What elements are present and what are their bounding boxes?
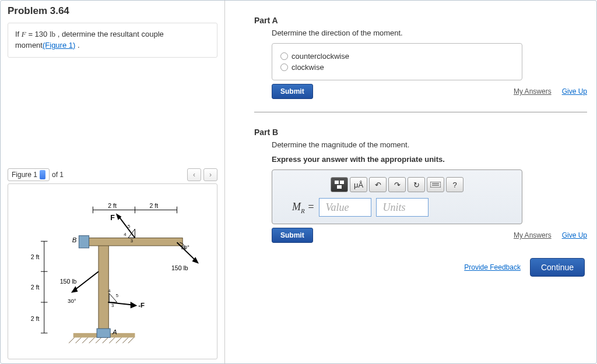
- svg-line-9: [122, 337, 128, 343]
- svg-text:3: 3: [131, 238, 133, 243]
- dim-2ft-a: 2 ft: [108, 202, 117, 208]
- part-b-my-answers-link[interactable]: My Answers: [514, 231, 552, 239]
- load-150-a: 150 lb: [171, 264, 188, 271]
- template-button[interactable]: [331, 177, 348, 192]
- problem-title: Problem 3.64: [8, 5, 217, 17]
- svg-text:5: 5: [128, 224, 130, 229]
- continue-button[interactable]: Continue: [530, 258, 585, 277]
- svg-rect-44: [430, 182, 441, 188]
- svg-rect-41: [335, 181, 339, 184]
- spinner-icon[interactable]: [40, 170, 45, 179]
- stmt-eq: = 130: [26, 30, 50, 38]
- svg-line-33: [73, 271, 99, 291]
- radio-ccw-label: counterclockwise: [292, 52, 349, 61]
- part-a-give-up-link[interactable]: Give Up: [562, 87, 587, 96]
- force-negF: -F: [138, 301, 145, 308]
- svg-rect-42: [340, 181, 344, 184]
- figure-next-button[interactable]: ›: [203, 168, 217, 181]
- undo-button[interactable]: ↶: [369, 177, 387, 192]
- figure-selector-label: Figure 1: [12, 171, 37, 179]
- provide-feedback-link[interactable]: Provide Feedback: [464, 263, 521, 271]
- part-a-submit-button[interactable]: Submit: [272, 84, 313, 99]
- stmt-var: F: [22, 30, 26, 38]
- svg-rect-13: [79, 235, 89, 248]
- part-a-choices: counterclockwise clockwise: [272, 43, 522, 80]
- svg-line-20: [118, 215, 135, 238]
- force-F: F: [110, 213, 115, 221]
- joint-B: B: [72, 236, 77, 243]
- mr-label: MR =: [292, 201, 314, 214]
- answer-input-frame: μÅ ↶ ↷ ↻ ? MR = Value Units: [272, 169, 522, 224]
- radio-cw[interactable]: clockwise: [280, 63, 514, 72]
- radio-cw-label: clockwise: [292, 63, 324, 72]
- part-a-my-answers-link[interactable]: My Answers: [514, 87, 552, 96]
- part-b-hint: Express your answer with the appropriate…: [272, 155, 587, 164]
- svg-line-4: [89, 337, 95, 343]
- dim-2ft-b: 2 ft: [149, 202, 158, 208]
- part-b-submit-button[interactable]: Submit: [272, 228, 313, 243]
- angle-30-b: 30°: [68, 298, 76, 304]
- svg-marker-34: [71, 286, 78, 293]
- svg-rect-14: [97, 328, 110, 337]
- value-input[interactable]: Value: [319, 198, 371, 217]
- svg-line-2: [76, 337, 82, 343]
- figure-prev-button[interactable]: ‹: [187, 168, 201, 181]
- figure-count: of 1: [52, 171, 64, 179]
- part-b-prompt: Determine the magnitude of the moment.: [272, 140, 587, 149]
- help-button[interactable]: ?: [446, 177, 463, 192]
- svg-text:4: 4: [124, 231, 127, 236]
- reset-button[interactable]: ↻: [408, 177, 425, 192]
- svg-marker-36: [131, 302, 138, 309]
- stmt-pre: If: [15, 30, 22, 38]
- problem-statement: If F = 130 lb , determine the resultant …: [8, 23, 217, 58]
- radio-icon[interactable]: [280, 63, 288, 71]
- svg-line-10: [128, 337, 134, 343]
- units-input[interactable]: Units: [376, 198, 429, 217]
- structural-diagram: 2 ft 2 ft F 5 4 3 B 150 lb 30°: [12, 188, 213, 355]
- svg-rect-11: [99, 238, 108, 334]
- redo-button[interactable]: ↷: [388, 177, 406, 192]
- dim-2ft-e: 2 ft: [31, 314, 40, 321]
- stmt-period: .: [75, 41, 79, 50]
- figure-link[interactable]: (Figure 1): [43, 41, 75, 50]
- part-a-label: Part A: [254, 16, 587, 25]
- part-b-label: Part B: [254, 128, 587, 137]
- units-button[interactable]: μÅ: [350, 177, 367, 192]
- keyboard-button[interactable]: [427, 177, 444, 192]
- figure-selector[interactable]: Figure 1: [8, 168, 50, 181]
- stmt-unit: lb: [50, 30, 55, 38]
- radio-ccw[interactable]: counterclockwise: [280, 52, 514, 61]
- dim-2ft-c: 2 ft: [31, 253, 40, 260]
- svg-text:5: 5: [116, 293, 118, 298]
- dim-2ft-d: 2 ft: [31, 284, 40, 291]
- svg-line-8: [116, 337, 122, 343]
- figure-viewport: 2 ft 2 ft F 5 4 3 B 150 lb 30°: [8, 183, 217, 359]
- svg-line-3: [82, 337, 88, 343]
- svg-line-1: [69, 337, 75, 343]
- load-150-b: 150 lb: [60, 278, 77, 285]
- radio-icon[interactable]: [280, 52, 288, 60]
- part-a-prompt: Determine the direction of the moment.: [272, 29, 587, 37]
- svg-line-5: [96, 337, 101, 343]
- svg-line-7: [109, 337, 115, 343]
- svg-rect-43: [337, 185, 342, 189]
- svg-line-6: [103, 337, 108, 343]
- svg-text:3: 3: [111, 302, 114, 308]
- divider: [254, 112, 587, 112]
- part-b-give-up-link[interactable]: Give Up: [562, 231, 587, 239]
- svg-text:4: 4: [108, 288, 111, 293]
- joint-A: A: [112, 328, 117, 335]
